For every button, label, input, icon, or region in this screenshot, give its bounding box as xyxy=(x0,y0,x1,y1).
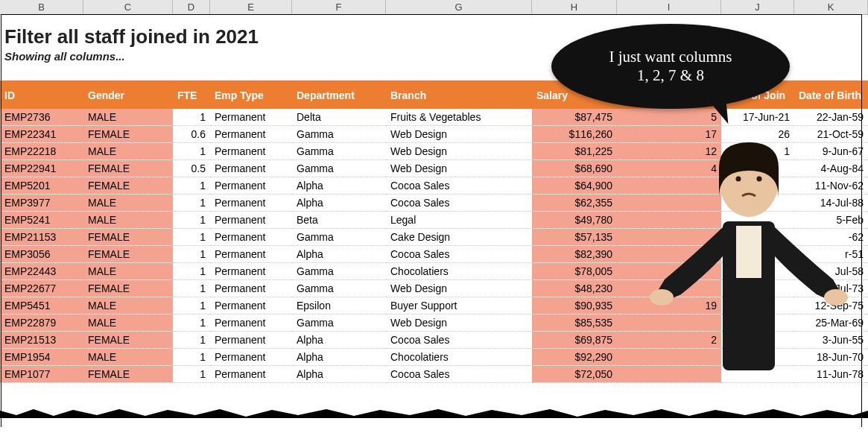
cell[interactable]: EMP21513 xyxy=(0,332,83,349)
cell[interactable]: Permanent xyxy=(210,332,292,349)
cell[interactable]: Cocoa Sales xyxy=(386,246,532,263)
cell[interactable]: Alpha xyxy=(292,366,386,383)
cell[interactable]: $62,355 xyxy=(532,195,617,212)
cell[interactable]: Permanent xyxy=(210,366,292,383)
col-header-K[interactable]: K xyxy=(794,0,868,14)
cell[interactable]: $85,535 xyxy=(532,315,617,332)
cell[interactable]: $72,050 xyxy=(532,366,617,383)
cell[interactable]: $116,260 xyxy=(532,126,617,143)
cell[interactable]: Gamma xyxy=(292,143,386,160)
cell[interactable]: Alpha xyxy=(292,195,386,212)
cell[interactable]: $64,900 xyxy=(532,177,617,195)
header-emp-type[interactable]: Emp Type xyxy=(210,80,292,109)
cell[interactable]: Web Design xyxy=(386,126,532,143)
cell[interactable]: FEMALE xyxy=(83,126,173,143)
col-header-E[interactable]: E xyxy=(210,0,292,14)
cell[interactable]: 1 xyxy=(173,229,210,246)
cell[interactable]: Cocoa Sales xyxy=(386,366,532,383)
cell[interactable]: FEMALE xyxy=(83,177,173,195)
cell[interactable]: Permanent xyxy=(210,246,292,263)
header-id[interactable]: ID xyxy=(0,80,83,109)
cell[interactable]: Alpha xyxy=(292,246,386,263)
cell[interactable]: 1 xyxy=(173,143,210,160)
cell[interactable]: MALE xyxy=(83,212,173,229)
col-header-G[interactable]: G xyxy=(386,0,532,14)
cell[interactable]: EMP3977 xyxy=(0,195,83,212)
cell[interactable]: 1 xyxy=(173,280,210,297)
header-department[interactable]: Department xyxy=(292,80,386,109)
col-header-C[interactable]: C xyxy=(83,0,173,14)
cell[interactable]: Permanent xyxy=(210,126,292,143)
header-gender[interactable]: Gender xyxy=(83,80,173,109)
cell[interactable]: MALE xyxy=(83,143,173,160)
cell[interactable]: $49,780 xyxy=(532,212,617,229)
col-header-I[interactable]: I xyxy=(617,0,721,14)
header-branch[interactable]: Branch xyxy=(386,80,532,109)
cell[interactable]: EMP1954 xyxy=(0,349,83,366)
cell[interactable]: EMP22941 xyxy=(0,160,83,177)
cell[interactable]: 1 xyxy=(173,195,210,212)
cell[interactable]: 22-Jan-59 xyxy=(794,109,868,126)
cell[interactable]: 1 xyxy=(173,297,210,315)
cell[interactable]: Gamma xyxy=(292,315,386,332)
cell[interactable]: Permanent xyxy=(210,263,292,280)
col-header-H[interactable]: H xyxy=(532,0,617,14)
cell[interactable]: Permanent xyxy=(210,297,292,315)
cell[interactable]: Gamma xyxy=(292,280,386,297)
cell[interactable]: $82,390 xyxy=(532,246,617,263)
col-header-B[interactable]: B xyxy=(0,0,83,14)
cell[interactable]: FEMALE xyxy=(83,229,173,246)
cell[interactable]: $68,690 xyxy=(532,160,617,177)
cell[interactable]: EMP22879 xyxy=(0,315,83,332)
cell[interactable]: MALE xyxy=(83,109,173,126)
cell[interactable]: $87,475 xyxy=(532,109,617,126)
cell[interactable]: EMP5451 xyxy=(0,297,83,315)
cell[interactable]: EMP2736 xyxy=(0,109,83,126)
cell[interactable]: Legal xyxy=(386,212,532,229)
cell[interactable]: Permanent xyxy=(210,143,292,160)
cell[interactable]: 1 xyxy=(173,212,210,229)
col-header-F[interactable]: F xyxy=(292,0,386,14)
cell[interactable]: 1 xyxy=(173,246,210,263)
cell[interactable]: Chocolatiers xyxy=(386,349,532,366)
cell[interactable]: EMP22677 xyxy=(0,280,83,297)
cell[interactable]: Permanent xyxy=(210,315,292,332)
cell[interactable]: 17-Jun-21 xyxy=(721,109,794,126)
cell[interactable]: MALE xyxy=(83,349,173,366)
cell[interactable]: Epsilon xyxy=(292,297,386,315)
cell[interactable]: FEMALE xyxy=(83,332,173,349)
cell[interactable]: Web Design xyxy=(386,315,532,332)
header-date-of-birth[interactable]: Date of Birth xyxy=(794,80,868,109)
cell[interactable]: Permanent xyxy=(210,229,292,246)
cell[interactable]: EMP22218 xyxy=(0,143,83,160)
cell[interactable]: MALE xyxy=(83,315,173,332)
cell[interactable]: FEMALE xyxy=(83,246,173,263)
cell[interactable]: Fruits & Vegetables xyxy=(386,109,532,126)
cell[interactable]: Gamma xyxy=(292,126,386,143)
cell[interactable]: Permanent xyxy=(210,212,292,229)
cell[interactable]: Web Design xyxy=(386,280,532,297)
cell[interactable]: FEMALE xyxy=(83,280,173,297)
cell[interactable]: Alpha xyxy=(292,177,386,195)
cell[interactable]: $90,935 xyxy=(532,297,617,315)
cell[interactable]: 1 xyxy=(173,263,210,280)
cell[interactable]: Delta xyxy=(292,109,386,126)
cell[interactable]: Gamma xyxy=(292,229,386,246)
cell[interactable]: Permanent xyxy=(210,195,292,212)
table-row[interactable]: EMP2736MALE1PermanentDeltaFruits & Veget… xyxy=(0,109,868,126)
cell[interactable]: EMP5241 xyxy=(0,212,83,229)
cell[interactable]: Permanent xyxy=(210,349,292,366)
cell[interactable]: 1 xyxy=(173,366,210,383)
cell[interactable]: Cocoa Sales xyxy=(386,332,532,349)
cell[interactable]: Permanent xyxy=(210,109,292,126)
cell[interactable]: $92,290 xyxy=(532,349,617,366)
cell[interactable]: $57,135 xyxy=(532,229,617,246)
cell[interactable]: EMP21153 xyxy=(0,229,83,246)
cell[interactable]: $48,230 xyxy=(532,280,617,297)
cell[interactable]: $81,225 xyxy=(532,143,617,160)
cell[interactable]: 5 xyxy=(617,109,721,126)
cell[interactable]: MALE xyxy=(83,195,173,212)
cell[interactable]: $78,005 xyxy=(532,263,617,280)
cell[interactable]: Chocolatiers xyxy=(386,263,532,280)
cell[interactable]: 1 xyxy=(173,109,210,126)
